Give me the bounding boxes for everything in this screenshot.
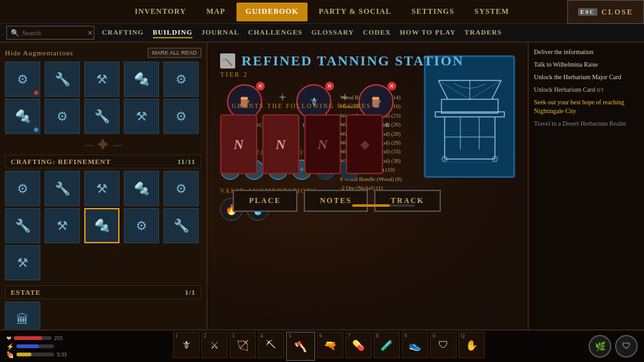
search-icon: 🔍 bbox=[11, 29, 19, 37]
track-button[interactable]: TRACK bbox=[374, 190, 440, 212]
craft-item-5[interactable]: ⚙ bbox=[164, 171, 199, 206]
hotkey-slot-2[interactable]: 2⚔ bbox=[201, 332, 228, 358]
augmentation-grid: ⚙ 🔧 ⚒ 🔩 ⚙ 🔩 ⚙ 🔧 ⚒ ⚙ bbox=[5, 62, 201, 134]
craft-item-9[interactable]: ⚙ bbox=[124, 208, 159, 243]
aug-item-9[interactable]: ⚒ bbox=[124, 99, 159, 134]
recipe-card-1[interactable]: N bbox=[220, 114, 257, 174]
nav-guidebook[interactable]: GUIDEBOOK bbox=[236, 3, 307, 21]
search-wrap[interactable]: 🔍 ✕ bbox=[6, 26, 94, 40]
hotkey-slot-5-active[interactable]: 5🪓 bbox=[286, 332, 315, 361]
hunger-bar-fill bbox=[16, 353, 31, 356]
quest-item-1: Deliver the information bbox=[534, 48, 639, 57]
detail-content: 🔨 REFINED TANNING STATION TIER 2 ✕ 🪵 CAR… bbox=[220, 53, 515, 221]
craft-item-2[interactable]: 🔧 bbox=[45, 171, 80, 206]
hotkey-slot-1[interactable]: 1🗡 bbox=[173, 332, 199, 358]
aug-item-8[interactable]: 🔧 bbox=[84, 99, 119, 134]
hotkey-num-6: 6 bbox=[319, 333, 322, 339]
nav-map[interactable]: MAP bbox=[197, 3, 234, 21]
left-panel: Hide Augmentations MARK ALL READ ⚙ 🔧 ⚒ 🔩… bbox=[0, 43, 208, 329]
nav-system[interactable]: SYSTEM bbox=[465, 3, 518, 21]
aug-item-7[interactable]: ⚙ bbox=[45, 99, 80, 134]
detail-panel: 🔨 REFINED TANNING STATION TIER 2 ✕ 🪵 CAR… bbox=[208, 43, 528, 329]
ingredient-x-1: ✕ bbox=[256, 82, 265, 90]
mark-all-read-button[interactable]: MARK ALL READ bbox=[148, 48, 201, 58]
hotkey-num-q: Q bbox=[461, 333, 465, 339]
craft-item-4[interactable]: 🔩 bbox=[124, 171, 159, 206]
aug-item-6[interactable]: 🔩 bbox=[5, 99, 40, 134]
sub-navigation: 🔍 ✕ CRAFTING BUILDING JOURNAL CHALLENGES… bbox=[0, 24, 644, 43]
craft-item-10[interactable]: 🔧 bbox=[164, 208, 199, 243]
aug-item-5[interactable]: ⚙ bbox=[164, 62, 199, 97]
hotkey-slot-6[interactable]: 6🔫 bbox=[317, 332, 343, 358]
subnav-building[interactable]: BUILDING bbox=[153, 27, 193, 38]
stamina-icon: ⚡ bbox=[6, 343, 14, 350]
close-button[interactable]: ESC CLOSE bbox=[567, 0, 644, 24]
crafting-refinement-header: CRAFTING: REFINEMENT 11/11 bbox=[5, 155, 201, 168]
aug-item-1[interactable]: ⚙ bbox=[5, 62, 40, 97]
indicator-1: 🌿 bbox=[589, 335, 611, 358]
subnav-codex[interactable]: CODEX bbox=[363, 27, 391, 38]
crafting-refinement-grid: ⚙ 🔧 ⚒ 🔩 ⚙ 🔧 ⚒ 🔩 ⚙ 🔧 ⚒ bbox=[5, 171, 201, 280]
recipe-card-3[interactable]: N bbox=[304, 114, 341, 174]
hotkey-slot-8[interactable]: 8🧪 bbox=[374, 332, 400, 358]
track-progress-fill bbox=[352, 204, 390, 207]
craft-item-8-selected[interactable]: 🔩 bbox=[84, 208, 119, 243]
hotkey-num-7: 7 bbox=[348, 333, 350, 339]
nav-inventory[interactable]: INVENTORY bbox=[126, 3, 195, 21]
item-dot-red bbox=[34, 90, 38, 95]
crafting-refinement-count: 11/11 bbox=[177, 158, 196, 165]
health-value: 255 bbox=[54, 335, 63, 341]
hotkey-slot-7[interactable]: 7💊 bbox=[345, 332, 372, 358]
stamina-bar-track bbox=[16, 344, 54, 348]
hotkey-slot-q[interactable]: Q✋ bbox=[458, 332, 485, 358]
hotkey-slot-9[interactable]: 9👟 bbox=[402, 332, 428, 358]
nav-settings[interactable]: SETTINGS bbox=[402, 3, 463, 21]
craft-item-1[interactable]: ⚙ bbox=[5, 171, 40, 206]
estate-item-1[interactable]: 🏛 bbox=[5, 302, 40, 329]
subnav-journal[interactable]: JOURNAL bbox=[201, 27, 239, 38]
aug-item-10[interactable]: ⚙ bbox=[164, 99, 199, 134]
aug-item-2[interactable]: 🔧 bbox=[45, 62, 80, 97]
notes-button[interactable]: NOTES bbox=[304, 190, 369, 212]
subnav-howtoplay[interactable]: HOW TO PLAY bbox=[400, 27, 456, 38]
player-stats: ❤ 255 ⚡ 🍖 3:33 bbox=[6, 335, 67, 358]
hotbar: 1🗡 2⚔ 3🏹 4⛏ 5🪓 6🔫 7💊 8🧪 9👟 0🛡 Q✋ bbox=[74, 332, 584, 361]
hotkey-num-3: 3 bbox=[232, 333, 235, 339]
stamina-bar-fill bbox=[16, 344, 39, 348]
craft-item-11[interactable]: ⚒ bbox=[5, 245, 40, 280]
hunger-icon: 🍖 bbox=[6, 351, 14, 358]
aug-item-4[interactable]: 🔩 bbox=[124, 62, 159, 97]
recipe-card-2[interactable]: N bbox=[262, 114, 299, 174]
subnav-challenges[interactable]: CHALLENGES bbox=[248, 27, 302, 38]
close-label: CLOSE bbox=[601, 8, 633, 17]
subnav-crafting[interactable]: CRAFTING bbox=[102, 27, 144, 38]
crafting-refinement-section: CRAFTING: REFINEMENT 11/11 ⚙ 🔧 ⚒ 🔩 ⚙ 🔧 ⚒… bbox=[5, 155, 201, 280]
tier-label: TIER 2 bbox=[220, 70, 515, 78]
hotkey-icon-2: ⚔ bbox=[210, 339, 219, 351]
clear-search-icon[interactable]: ✕ bbox=[87, 30, 92, 36]
ingredient-x-2: ✕ bbox=[325, 82, 334, 90]
search-input[interactable] bbox=[22, 29, 85, 36]
craft-item-7[interactable]: ⚒ bbox=[45, 208, 80, 243]
aug-item-3[interactable]: ⚒ bbox=[84, 62, 119, 97]
place-button[interactable]: PLACE bbox=[233, 190, 297, 212]
nav-party-social[interactable]: PARTY & SOCIAL bbox=[310, 3, 401, 21]
estate-count: 1/1 bbox=[185, 288, 196, 296]
hotkey-slot-4[interactable]: 4⛏ bbox=[258, 332, 284, 358]
craft-item-3[interactable]: ⚒ bbox=[84, 171, 119, 206]
hotkey-slot-3[interactable]: 3🏹 bbox=[230, 332, 256, 358]
item-name: 🔨 REFINED TANNING STATION bbox=[220, 53, 515, 69]
craft-item-6[interactable]: 🔧 bbox=[5, 208, 40, 243]
quest-text-6: Travel to a Desert Herbarium Realm bbox=[534, 120, 626, 127]
recipe-card-4[interactable]: ◆ bbox=[346, 114, 383, 174]
hotkey-slot-0[interactable]: 0🛡 bbox=[430, 332, 457, 358]
quest-item-4: Unlock Herbarium Card 0/1 bbox=[534, 85, 639, 94]
hunger-bar: 🍖 3:33 bbox=[6, 351, 67, 358]
hotkey-num-2: 2 bbox=[204, 333, 206, 339]
quest-item-3: Unlock the Herbarium Major Card bbox=[534, 73, 639, 82]
quest-counter-4: 0/1 bbox=[597, 87, 604, 93]
subnav-traders[interactable]: TRADERS bbox=[465, 27, 502, 38]
esc-badge: ESC bbox=[578, 8, 598, 16]
sub-nav-items: CRAFTING BUILDING JOURNAL CHALLENGES GLO… bbox=[102, 27, 502, 38]
subnav-glossary[interactable]: GLOSSARY bbox=[311, 27, 354, 38]
